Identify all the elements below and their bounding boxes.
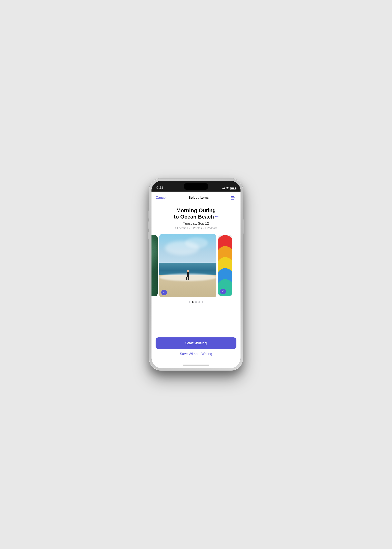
battery-icon [230,187,236,190]
photo-coral-image [152,235,158,296]
bottom-actions: Start Writing Save Without Writing [152,334,240,363]
photo-art-image [218,235,232,296]
status-time: 9:41 [156,186,163,190]
home-indicator-area [152,363,240,368]
selection-check-art[interactable]: ✓ [220,289,226,294]
status-bar: 9:41 [152,181,240,192]
photo-carousel[interactable]: ✓ [152,233,240,298]
dynamic-island [184,183,208,190]
pagination-dot-1[interactable] [189,301,190,303]
pagination-dot-5[interactable] [202,301,203,303]
phone-screen: 9:41 [152,181,240,368]
trip-header: Morning Outing to Ocean Beach ✏ Tuesday,… [152,203,240,233]
cancel-button[interactable]: Cancel [156,196,166,200]
photo-card-coral[interactable]: ✓ [152,235,158,296]
nav-bar: Cancel Select Items [152,192,240,203]
nav-title: Select Items [189,196,209,200]
carousel-track: ✓ [152,234,236,297]
trip-date: Tuesday, Sep 12 [156,222,236,226]
photo-beach-image [159,234,217,297]
photo-card-art[interactable]: ✓ [218,235,232,296]
pagination-dot-3[interactable] [195,301,197,303]
status-icons [221,187,236,190]
wifi-icon [226,187,229,190]
beach-person [186,270,189,280]
list-menu-button[interactable] [231,195,236,201]
signal-icon [221,188,224,189]
save-without-writing-button[interactable]: Save Without Writing [156,349,236,359]
phone-frame: 9:41 [149,178,243,371]
home-bar [183,365,209,366]
screen-content: Cancel Select Items Morning Outing to Oc… [152,192,240,368]
carousel-pagination [152,298,240,306]
edit-title-icon[interactable]: ✏ [215,215,218,219]
selection-check-beach[interactable]: ✓ [161,290,167,295]
pagination-dot-4[interactable] [198,301,200,303]
start-writing-button[interactable]: Start Writing [156,338,236,349]
trip-title: Morning Outing to Ocean Beach ✏ [156,207,236,220]
photo-card-beach[interactable]: ✓ [159,234,217,297]
trip-meta: 1 Location • 3 Photos • 1 Podcast [156,226,236,230]
pagination-dot-2[interactable] [192,301,194,303]
